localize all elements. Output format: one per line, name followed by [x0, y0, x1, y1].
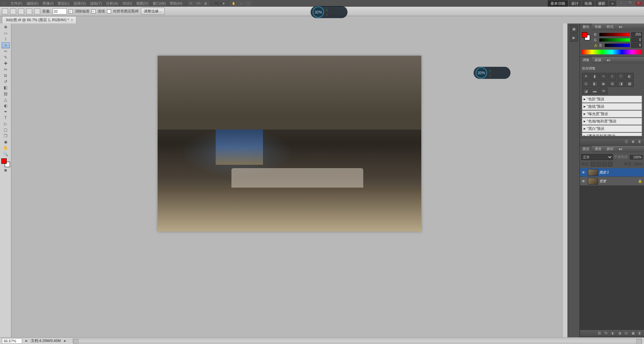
- selective-icon[interactable]: ✉: [599, 88, 607, 94]
- lock-pixels-icon[interactable]: [596, 162, 601, 166]
- refine-edge-button[interactable]: 调整边缘...: [141, 8, 165, 15]
- brush-tool[interactable]: ✏: [2, 66, 10, 72]
- workspace-photography[interactable]: 摄影: [595, 0, 608, 7]
- eyedropper-tool[interactable]: ✎: [2, 54, 10, 60]
- g-slider[interactable]: [599, 38, 630, 42]
- lock-position-icon[interactable]: [602, 162, 607, 166]
- window-close-icon[interactable]: ✕: [635, 1, 643, 6]
- pen-tool[interactable]: ✒: [2, 109, 10, 115]
- adjust-clip-icon[interactable]: ◉: [630, 140, 636, 144]
- fill-value[interactable]: 100%: [633, 162, 643, 166]
- bw-icon[interactable]: ◧: [591, 80, 599, 87]
- type-tool[interactable]: T: [2, 115, 10, 121]
- layer-visibility-icon[interactable]: 👁: [580, 179, 587, 183]
- foreground-color-icon[interactable]: [1, 158, 7, 164]
- zoom-tool[interactable]: 🔍: [2, 151, 10, 157]
- exposure-icon[interactable]: ±: [608, 73, 616, 80]
- layer-name[interactable]: 图层 1: [599, 170, 609, 175]
- preset-item[interactable]: ▶"曝光度"预设: [582, 110, 642, 117]
- layer-mask-icon[interactable]: ◐: [610, 331, 616, 336]
- adjust-footer-icon[interactable]: ◫: [623, 140, 629, 144]
- blur-tool[interactable]: △: [2, 97, 10, 103]
- selection-mode-new-icon[interactable]: [10, 8, 16, 14]
- tab-channels[interactable]: 通道: [592, 146, 604, 152]
- gradient-tool[interactable]: ▤: [2, 91, 10, 97]
- gradientmap-icon[interactable]: ▬: [591, 88, 599, 94]
- lock-transparent-icon[interactable]: [591, 162, 595, 166]
- network-monitor-widget[interactable]: 32% 0.2K/s 0K/s: [311, 6, 347, 18]
- g-value[interactable]: 0: [631, 38, 642, 42]
- b-value[interactable]: 6: [631, 43, 642, 48]
- stamp-tool[interactable]: ⧉: [2, 72, 10, 79]
- adjustment-presets-list[interactable]: ▶"色阶"预设 ▶"曲线"预设 ▶"曝光度"预设 ▶"色相/饱和度"预设 ▶"黑…: [582, 96, 642, 136]
- menu-window[interactable]: 窗口(W): [151, 1, 168, 6]
- menu-select[interactable]: 选择(S): [71, 1, 88, 6]
- quickmask-tool[interactable]: ◙: [2, 167, 10, 173]
- dodge-tool[interactable]: ◐: [2, 103, 10, 109]
- color-panel-menu-icon[interactable]: ▾≡: [616, 24, 625, 30]
- color-swatch[interactable]: [1, 158, 10, 167]
- document-tab[interactable]: 3d出图.tif @ 66.7% (图层 1, RGB/8#) * ×: [2, 16, 76, 23]
- horizontal-scrollbar[interactable]: [73, 339, 642, 343]
- delete-layer-icon[interactable]: 🗑: [637, 331, 643, 336]
- zoom-level-display[interactable]: 66.7 ▾: [213, 1, 227, 6]
- hand-shortcut-icon[interactable]: ✋: [230, 1, 236, 6]
- workspace-painting[interactable]: 绘画: [582, 0, 595, 7]
- color-preview-swatch[interactable]: [582, 32, 590, 40]
- eraser-tool[interactable]: ◧: [2, 85, 10, 91]
- channelmixer-icon[interactable]: ⊞: [608, 80, 616, 87]
- layers-empty-area[interactable]: [580, 186, 644, 330]
- colorbalance-icon[interactable]: ⚖: [582, 80, 590, 87]
- menu-analysis[interactable]: 分析(A): [104, 1, 120, 6]
- workspace-more[interactable]: »: [609, 1, 616, 6]
- menu-help[interactable]: 帮助(H): [168, 1, 184, 6]
- 3d-camera-tool[interactable]: ◉: [2, 139, 10, 145]
- workspace-design[interactable]: 设计: [569, 0, 581, 7]
- photofilter-icon[interactable]: ◉: [599, 80, 607, 87]
- tab-masks[interactable]: 蒙版: [592, 57, 604, 63]
- minibridge-icon[interactable]: Mb: [196, 1, 202, 6]
- history-panel-icon[interactable]: ▣: [570, 25, 578, 33]
- tab-color[interactable]: 颜色: [580, 23, 592, 30]
- tab-styles[interactable]: 样式: [604, 23, 616, 30]
- status-info-menu-icon[interactable]: ▶: [64, 339, 66, 342]
- b-slider[interactable]: [605, 44, 630, 47]
- tab-close-icon[interactable]: ×: [71, 18, 73, 22]
- viewextras-icon[interactable]: ▦: [203, 1, 209, 6]
- layers-panel-menu-icon[interactable]: ▾≡: [616, 146, 625, 152]
- magic-wand-indicator-icon[interactable]: [2, 8, 8, 14]
- shape-tool[interactable]: ▢: [2, 127, 10, 133]
- layer-lock-icon[interactable]: 🔒: [638, 179, 642, 183]
- contiguous-checkbox[interactable]: [92, 9, 96, 13]
- menu-filter[interactable]: 滤镜(T): [88, 1, 104, 6]
- move-tool[interactable]: ✥: [2, 24, 10, 30]
- selection-mode-intersect-icon[interactable]: [34, 8, 40, 14]
- arrange-icon[interactable]: ▭: [238, 1, 244, 6]
- path-select-tool[interactable]: ▷: [2, 121, 10, 127]
- new-layer-icon[interactable]: ▣: [630, 331, 636, 336]
- r-value[interactable]: 255: [631, 32, 642, 37]
- layer-thumbnail[interactable]: [588, 178, 598, 185]
- color-spectrum[interactable]: [582, 50, 642, 54]
- lock-all-icon[interactable]: [608, 162, 612, 166]
- adjust-trash-icon[interactable]: 🗑: [637, 140, 643, 144]
- actions-panel-icon[interactable]: ▶: [570, 34, 578, 42]
- layer-fx-icon[interactable]: fx: [603, 331, 609, 336]
- layer-name[interactable]: 背景: [599, 179, 606, 184]
- layer-visibility-icon[interactable]: 👁: [580, 170, 587, 175]
- preset-item[interactable]: ▶"色相/饱和度"预设: [582, 118, 642, 125]
- invert-icon[interactable]: ◨: [617, 80, 625, 87]
- menu-3d[interactable]: 3D(D): [120, 1, 134, 5]
- threshold-icon[interactable]: ◪: [582, 88, 590, 94]
- workspace-essentials[interactable]: 基本功能: [548, 0, 568, 7]
- layer-row[interactable]: 👁 背景 🔒: [580, 177, 644, 186]
- menu-file[interactable]: 文件(F): [8, 1, 24, 6]
- healing-tool[interactable]: ✚: [2, 60, 10, 66]
- link-layers-icon[interactable]: ⛓: [596, 331, 602, 336]
- tolerance-input[interactable]: [53, 8, 67, 14]
- selection-mode-add-icon[interactable]: [18, 8, 24, 14]
- vibrance-icon[interactable]: ▽: [617, 73, 625, 80]
- adjustment-layer-icon[interactable]: ◑: [616, 331, 623, 336]
- document-canvas[interactable]: [158, 56, 421, 232]
- tab-paths[interactable]: 路径: [604, 146, 616, 152]
